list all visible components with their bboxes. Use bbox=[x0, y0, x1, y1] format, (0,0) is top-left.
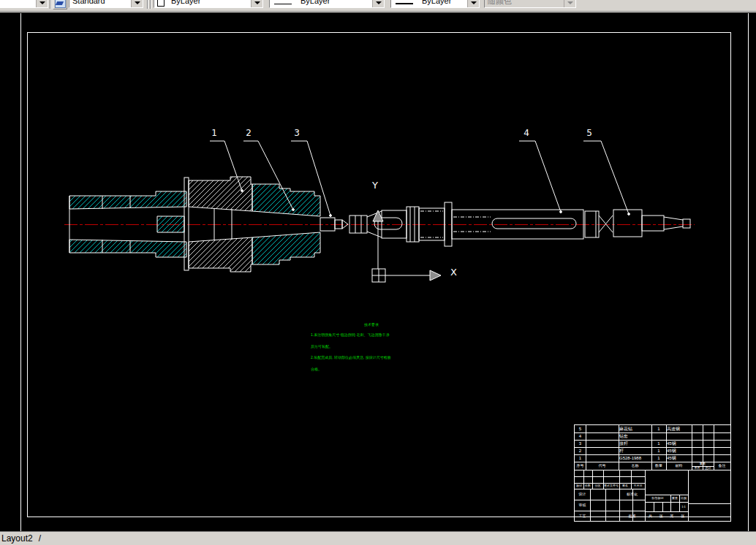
bom-row-seq: 2 bbox=[575, 447, 586, 454]
bom-row-qty: 1 bbox=[651, 440, 666, 447]
properties-toolbar: Standard ByLayer ByLayer ByLayer 随颜色 bbox=[0, 0, 756, 12]
scale-label: 比例 bbox=[679, 495, 688, 502]
toolbar-edge-highlight bbox=[0, 12, 756, 12]
plotstyle-combo-arrow-icon bbox=[564, 0, 575, 7]
standardization-label: 标准化 bbox=[619, 489, 645, 500]
color-combo-arrow-icon[interactable] bbox=[251, 0, 262, 7]
balloon-3: 3 bbox=[292, 128, 302, 138]
tab-edge-divider: / bbox=[39, 533, 41, 544]
balloon-4: 4 bbox=[521, 128, 532, 138]
lineweight-combo-value: ByLayer bbox=[419, 0, 467, 5]
ucs-y-label: Y bbox=[372, 180, 378, 191]
process-label: 工艺 bbox=[575, 511, 590, 521]
bom-row-name: 麻花钻 bbox=[619, 425, 652, 432]
layout-tab-bar: Layout2 / bbox=[0, 531, 756, 545]
bom-row-qty: 1 bbox=[651, 425, 666, 432]
lineweight-sample-icon bbox=[396, 3, 413, 4]
text-style-combo-arrow-icon[interactable] bbox=[131, 0, 143, 7]
lineweight-combo-arrow-icon[interactable] bbox=[467, 0, 479, 7]
layer-combo[interactable] bbox=[0, 0, 48, 8]
bom-row-seq: 5 bbox=[575, 425, 586, 432]
tab-layout2[interactable]: Layout2 bbox=[1, 533, 33, 544]
revision-header: 处数 bbox=[583, 483, 592, 489]
stage-mark-label: 阶段标记 bbox=[645, 495, 670, 502]
ucs-x-label: X bbox=[450, 267, 457, 278]
balloon-2: 2 bbox=[243, 128, 254, 138]
bom-header-unit: 单件 bbox=[692, 466, 703, 470]
bom-header-seq: 序号 bbox=[575, 462, 586, 470]
design-label: 设计 bbox=[575, 489, 590, 500]
styles-toolbar-icon bbox=[55, 0, 66, 8]
bom-row-material: 高速钢 bbox=[666, 425, 692, 432]
revision-header: 签名 bbox=[619, 483, 631, 489]
text-style-manager-button[interactable] bbox=[53, 0, 67, 9]
bom-row-qty: 1 bbox=[651, 454, 666, 462]
sheet-zhang2-label: 张 bbox=[681, 511, 684, 521]
revision-header: 更改文件号 bbox=[603, 483, 619, 489]
text-style-combo-value: Standard bbox=[69, 0, 131, 5]
bom-header-name: 名称 bbox=[619, 462, 651, 470]
linetype-sample-icon bbox=[274, 4, 292, 4]
weight-label: 重量 bbox=[670, 495, 679, 502]
notes-title: 技术要求 bbox=[357, 322, 386, 327]
bom-row-material: 45钢 bbox=[666, 440, 692, 447]
bom-header-material: 材料 bbox=[666, 462, 692, 470]
bom-header-qty: 数量 bbox=[651, 462, 666, 470]
sheet-zhang-label: 张 bbox=[659, 511, 663, 521]
revision-header: 年月日 bbox=[631, 483, 645, 489]
audit-label: 审核 bbox=[575, 500, 590, 511]
bom-row-name: G528-1988 bbox=[619, 454, 652, 462]
bom-header-remark: 备注 bbox=[714, 462, 730, 470]
layer-combo-arrow-icon[interactable] bbox=[36, 0, 48, 7]
approve-label: 批准 bbox=[619, 511, 645, 521]
notes-line-1: 1.未注明倒角尺寸·锐边倒钝·毛刺、飞边清除干净 bbox=[311, 332, 390, 338]
revision-header: 分区 bbox=[592, 483, 603, 489]
bom-row-material: 45钢 bbox=[666, 454, 692, 462]
bom-header-total: 总计 bbox=[703, 466, 714, 470]
notes-line-2: 后方可装配。 bbox=[311, 344, 333, 349]
notes-line-4: 合格。 bbox=[311, 367, 322, 372]
toolbar-separator bbox=[50, 0, 50, 9]
bom-row-seq: 1 bbox=[575, 454, 586, 462]
balloon-5: 5 bbox=[584, 128, 594, 138]
lineweight-combo[interactable]: ByLayer bbox=[390, 0, 480, 8]
bom-row-seq: 4 bbox=[575, 432, 586, 440]
title-block: 序号 代号 名称 数量 材料 重量 单件 总计 备注 5 麻花钻 1 高速钢 4… bbox=[574, 424, 731, 522]
sheet-total-label: 共 bbox=[649, 511, 652, 521]
linetype-combo-value: ByLayer bbox=[298, 0, 372, 5]
plotstyle-combo: 随颜色 bbox=[484, 0, 576, 8]
bom-row-name: 钻套 bbox=[619, 432, 652, 440]
bom-row-name: 接杆 bbox=[619, 440, 652, 447]
notes-line-3: 2.装配完成后, 转动部位必须灵活, 按设计尺寸检验 bbox=[311, 355, 391, 360]
color-combo-value: ByLayer bbox=[168, 0, 251, 5]
bom-row-name: 杆 bbox=[619, 447, 652, 454]
bom-row-material: 45钢 bbox=[666, 447, 692, 454]
toolbar-separator bbox=[147, 0, 148, 9]
sheet-no-label: 第 bbox=[670, 511, 673, 521]
linetype-combo[interactable]: ByLayer bbox=[269, 0, 385, 8]
color-swatch-icon bbox=[157, 0, 165, 7]
bom-row-qty: 1 bbox=[651, 447, 666, 454]
bom-header-code: 代号 bbox=[586, 462, 619, 470]
linetype-combo-arrow-icon[interactable] bbox=[372, 0, 384, 7]
plotstyle-combo-value: 随颜色 bbox=[485, 0, 564, 7]
toolbar-separator bbox=[150, 0, 151, 9]
color-combo[interactable]: ByLayer bbox=[154, 0, 263, 8]
text-style-combo[interactable]: Standard bbox=[69, 0, 143, 8]
scale-value: 1:1 bbox=[679, 502, 688, 511]
balloon-1: 1 bbox=[209, 128, 219, 138]
cad-window: Standard ByLayer ByLayer ByLayer 随颜色 bbox=[0, 0, 756, 545]
bom-row-seq: 3 bbox=[575, 440, 586, 447]
revision-header: 标记 bbox=[575, 483, 583, 489]
